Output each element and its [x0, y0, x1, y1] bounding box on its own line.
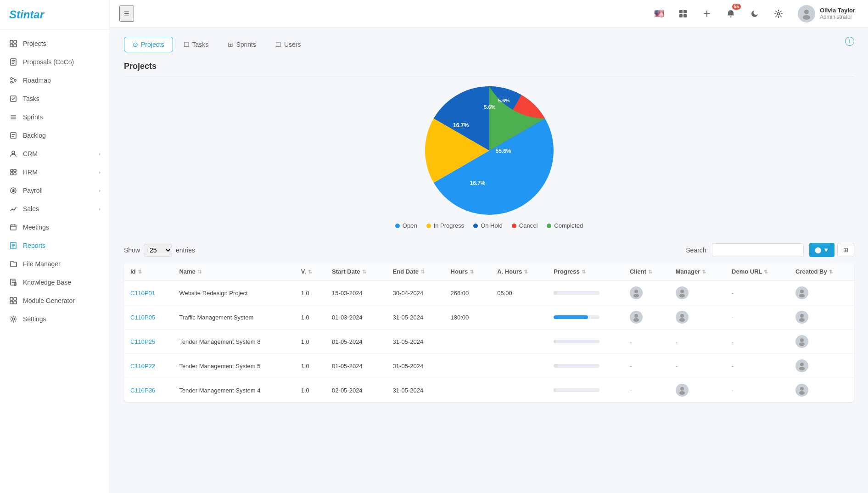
sidebar-label-module-generator: Module Generator: [23, 297, 75, 304]
cell-a-hours: [491, 305, 547, 330]
col-id[interactable]: Id⇅: [124, 263, 173, 281]
client-dash: -: [630, 387, 632, 394]
sidebar-item-hrm[interactable]: HRM ›: [0, 163, 110, 181]
knowledge-icon: [9, 278, 17, 286]
svg-rect-27: [679, 14, 683, 17]
col-name[interactable]: Name⇅: [173, 263, 294, 281]
svg-rect-23: [14, 301, 17, 304]
plus-icon[interactable]: [699, 6, 715, 22]
sidebar-item-proposals[interactable]: Proposals (CoCo): [0, 53, 110, 71]
export-button[interactable]: ⊞: [837, 243, 854, 257]
sidebar-item-file-manager[interactable]: File Manager: [0, 255, 110, 273]
table-row: C110P22 Tender Management System 5 1.0 0…: [124, 354, 854, 378]
col-client[interactable]: Client⇅: [623, 263, 669, 281]
svg-point-30: [804, 10, 809, 14]
payroll-icon: [9, 186, 17, 195]
col-a-hours[interactable]: A. Hours⇅: [491, 263, 547, 281]
tab-projects[interactable]: ⊙ Projects: [124, 37, 173, 52]
project-id-link[interactable]: C110P36: [130, 387, 155, 394]
sidebar-item-settings[interactable]: Settings: [0, 310, 110, 328]
col-progress[interactable]: Progress⇅: [547, 263, 623, 281]
sidebar-item-backlog[interactable]: Backlog: [0, 126, 110, 145]
tab-tasks-icon: ☐: [184, 41, 190, 48]
logo: Stintar: [0, 0, 110, 30]
sidebar-item-module-generator[interactable]: Module Generator: [0, 291, 110, 310]
user-name: Olivia Taylor: [820, 7, 855, 14]
col-created-by[interactable]: Created By⇅: [789, 263, 854, 281]
grid-icon[interactable]: [675, 6, 691, 22]
sidebar-item-reports[interactable]: Reports: [0, 236, 110, 255]
svg-point-10: [12, 151, 15, 154]
sidebar-label-proposals: Proposals (CoCo): [23, 58, 74, 66]
svg-point-47: [799, 367, 805, 370]
sidebar-item-tasks[interactable]: Tasks: [0, 90, 110, 108]
user-section[interactable]: Olivia Taylor Administrator: [794, 3, 859, 24]
tab-sprints[interactable]: ⊞ Sprints: [219, 37, 265, 52]
search-input[interactable]: [712, 243, 804, 257]
manager-avatar: [676, 286, 689, 299]
cell-demo-url: -: [725, 305, 789, 330]
svg-point-5: [11, 78, 12, 79]
sales-icon: [9, 205, 17, 213]
svg-point-40: [680, 314, 684, 318]
project-id-link[interactable]: C110P01: [130, 290, 155, 297]
project-id-link[interactable]: C110P22: [130, 363, 155, 370]
col-hours[interactable]: Hours⇅: [444, 263, 491, 281]
svg-rect-1: [14, 40, 17, 43]
backlog-icon: [9, 131, 17, 140]
project-id-link[interactable]: C110P05: [130, 314, 155, 321]
sidebar-item-projects[interactable]: Projects: [0, 34, 110, 53]
client-avatar: [630, 311, 643, 324]
show-select[interactable]: 2550100: [144, 244, 172, 257]
sidebar-item-meetings[interactable]: Meetings: [0, 218, 110, 236]
flag-icon[interactable]: 🇺🇸: [651, 6, 667, 22]
notification-bell-icon[interactable]: 55: [722, 6, 739, 22]
sidebar-label-tasks: Tasks: [23, 95, 39, 102]
svg-point-46: [800, 363, 804, 366]
cell-manager: [669, 305, 725, 330]
main-area: ≡ 🇺🇸 55: [110, 0, 868, 493]
manager-avatar: [676, 311, 689, 324]
progress-bar-wrap: [554, 364, 599, 368]
filter-button[interactable]: ⬤ ▼: [809, 243, 834, 257]
sidebar-label-sales: Sales: [23, 205, 39, 213]
cell-start-date: 01-05-2024: [325, 354, 386, 378]
dark-mode-icon[interactable]: [746, 6, 763, 22]
settings-gear-icon[interactable]: [770, 6, 787, 22]
sidebar-item-sprints[interactable]: Sprints: [0, 108, 110, 126]
sidebar-item-payroll[interactable]: Payroll ›: [0, 181, 110, 200]
sidebar-item-knowledge-base[interactable]: Knowledge Base: [0, 273, 110, 291]
svg-point-39: [633, 318, 639, 322]
svg-rect-0: [10, 40, 13, 43]
col-demo-url[interactable]: Demo URL⇅: [725, 263, 789, 281]
col-start-date[interactable]: Start Date⇅: [325, 263, 386, 281]
col-manager[interactable]: Manager⇅: [669, 263, 725, 281]
svg-point-29: [777, 12, 779, 15]
cell-id: C110P05: [124, 305, 173, 330]
sidebar-label-meetings: Meetings: [23, 224, 49, 231]
created-by-avatar: [795, 335, 808, 348]
col-end-date[interactable]: End Date⇅: [386, 263, 444, 281]
progress-bar-wrap: [554, 291, 599, 295]
sidebar-label-file-manager: File Manager: [23, 260, 61, 268]
menu-toggle-button[interactable]: ≡: [119, 6, 134, 22]
tab-users[interactable]: ☐ Users: [267, 37, 310, 52]
table-controls: Show 2550100 entries Search: ⬤ ▼: [124, 243, 854, 257]
project-id-link[interactable]: C110P25: [130, 338, 155, 345]
cell-start-date: 02-05-2024: [325, 378, 386, 403]
sidebar-item-sales[interactable]: Sales ›: [0, 200, 110, 218]
col-v[interactable]: V.⇅: [295, 263, 325, 281]
svg-point-35: [679, 294, 685, 297]
progress-bar-wrap: [554, 388, 599, 392]
svg-rect-22: [10, 301, 13, 304]
svg-rect-20: [10, 297, 13, 300]
cell-id: C110P22: [124, 354, 173, 378]
info-icon[interactable]: i: [845, 37, 854, 46]
tab-tasks[interactable]: ☐ Tasks: [175, 37, 218, 52]
sidebar-item-roadmap[interactable]: Roadmap: [0, 71, 110, 90]
cell-a-hours: [491, 330, 547, 354]
tab-users-label: Users: [284, 41, 301, 48]
sidebar-item-crm[interactable]: CRM ›: [0, 145, 110, 163]
cell-name: Tender Management System 4: [173, 378, 294, 403]
client-avatar: [630, 286, 643, 299]
